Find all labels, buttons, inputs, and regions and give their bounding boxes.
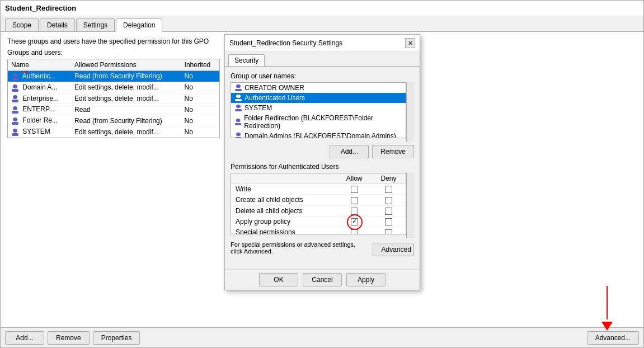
perm-row: Special permissions bbox=[231, 227, 406, 234]
properties-button[interactable]: Properties bbox=[93, 331, 140, 345]
col-inherited: Inherited bbox=[181, 59, 219, 71]
svg-rect-19 bbox=[236, 119, 241, 122]
checkbox-wrapper bbox=[351, 218, 358, 225]
permissions-table-container: Allow Deny Write Create all chil bbox=[231, 173, 406, 234]
tab-details[interactable]: Details bbox=[40, 18, 75, 31]
table-row[interactable]: Folder Re... Read (from Security Filteri… bbox=[8, 115, 219, 126]
allow-checkbox-create[interactable] bbox=[351, 197, 358, 204]
user-icon bbox=[11, 128, 19, 136]
add-button[interactable]: Add... bbox=[5, 331, 44, 345]
dialog-tab-bar: Security bbox=[225, 52, 420, 67]
deny-checkbox-delete[interactable] bbox=[385, 208, 392, 215]
table-row[interactable]: SYSTEM Edit settings, delete, modif... N… bbox=[8, 126, 219, 138]
dialog-titlebar: Student_Redirection Security Settings ✕ bbox=[225, 35, 420, 52]
title-text: Student_Redirection bbox=[5, 4, 76, 12]
group-user-names-label: Group or user names: bbox=[231, 72, 414, 80]
arrow-down-annotation bbox=[601, 286, 613, 331]
user-icon bbox=[11, 117, 19, 125]
ok-button[interactable]: OK bbox=[259, 273, 298, 286]
list-item[interactable]: CREATOR OWNER bbox=[231, 83, 406, 93]
user-icon bbox=[234, 105, 242, 111]
scrollbar[interactable] bbox=[406, 82, 414, 142]
svg-rect-16 bbox=[235, 99, 242, 101]
svg-rect-13 bbox=[236, 84, 241, 88]
svg-rect-10 bbox=[13, 129, 17, 133]
advanced-button[interactable]: Advanced... bbox=[587, 331, 639, 345]
dialog-body: Group or user names: CREATOR OWNER Authe… bbox=[225, 67, 420, 269]
allow-checkbox-write[interactable] bbox=[351, 186, 358, 193]
perm-row: Write bbox=[231, 184, 406, 195]
svg-rect-7 bbox=[12, 111, 18, 114]
svg-rect-11 bbox=[12, 133, 18, 136]
close-button[interactable]: ✕ bbox=[405, 38, 415, 48]
svg-rect-14 bbox=[235, 89, 242, 91]
svg-rect-2 bbox=[13, 84, 17, 88]
tab-delegation[interactable]: Delegation bbox=[116, 18, 162, 32]
list-item[interactable]: Folder Redirection (BLACKFOREST\Folder R… bbox=[231, 113, 406, 131]
add-remove-row: Add... Remove bbox=[231, 145, 414, 158]
svg-rect-0 bbox=[13, 73, 17, 77]
svg-rect-21 bbox=[236, 133, 241, 136]
remove-button[interactable]: Remove bbox=[48, 331, 90, 345]
svg-rect-20 bbox=[235, 123, 241, 125]
svg-rect-5 bbox=[12, 100, 18, 102]
security-settings-dialog: Student_Redirection Security Settings ✕ … bbox=[224, 34, 420, 290]
svg-rect-17 bbox=[236, 105, 241, 108]
dialog-add-button[interactable]: Add... bbox=[330, 145, 369, 158]
svg-rect-18 bbox=[235, 109, 242, 111]
svg-rect-4 bbox=[13, 95, 17, 99]
table-row[interactable]: Enterprise... Edit settings, delete, mod… bbox=[8, 93, 219, 104]
deny-checkbox-create[interactable] bbox=[385, 197, 392, 204]
perm-col-deny: Deny bbox=[372, 173, 406, 184]
advanced-row: For special permissions or advanced sett… bbox=[231, 241, 414, 258]
groups-table: Name Allowed Permissions Inherited Authe… bbox=[8, 59, 219, 138]
svg-rect-1 bbox=[12, 78, 18, 81]
dialog-remove-button[interactable]: Remove bbox=[372, 145, 414, 158]
table-row[interactable]: Authentic... Read (from Security Filteri… bbox=[8, 71, 219, 82]
perm-row: Delete all child objects bbox=[231, 205, 406, 216]
svg-rect-8 bbox=[13, 117, 17, 121]
user-icon bbox=[234, 84, 242, 91]
svg-rect-3 bbox=[12, 89, 18, 92]
list-item[interactable]: Authenticated Users bbox=[231, 93, 406, 103]
deny-checkbox-apply[interactable] bbox=[385, 218, 392, 225]
bottom-bar: Add... Remove Properties Advanced... bbox=[1, 327, 643, 347]
table-row[interactable]: Domain A... Edit settings, delete, modif… bbox=[8, 82, 219, 93]
svg-rect-6 bbox=[13, 106, 17, 110]
list-item[interactable]: Domain Admins (BLACKFOREST\Domain Admins… bbox=[231, 131, 406, 138]
deny-checkbox-write[interactable] bbox=[385, 186, 392, 193]
tab-settings[interactable]: Settings bbox=[76, 18, 115, 31]
tab-scope[interactable]: Scope bbox=[5, 18, 39, 31]
window-title: Student_Redirection bbox=[1, 1, 643, 16]
user-icon bbox=[11, 106, 19, 114]
dialog-bottom-buttons: OK Cancel Apply bbox=[225, 269, 420, 290]
svg-rect-22 bbox=[235, 137, 242, 138]
dialog-title: Student_Redirection Security Settings bbox=[229, 39, 342, 47]
tab-bar: Scope Details Settings Delegation bbox=[1, 16, 643, 32]
permissions-label: Permissions for Authenticated Users bbox=[231, 163, 414, 171]
main-window: Student_Redirection Scope Details Settin… bbox=[0, 0, 644, 348]
user-names-list[interactable]: CREATOR OWNER Authenticated Users SYSTEM… bbox=[231, 82, 406, 138]
svg-rect-15 bbox=[236, 95, 241, 98]
user-icon bbox=[11, 84, 19, 92]
apply-button[interactable]: Apply bbox=[346, 273, 386, 286]
dialog-tab-security[interactable]: Security bbox=[228, 54, 265, 66]
table-row[interactable]: ENTERP... Read No bbox=[8, 104, 219, 115]
cancel-button[interactable]: Cancel bbox=[303, 273, 342, 286]
allow-checkbox-delete[interactable] bbox=[351, 208, 358, 215]
permissions-table: Allow Deny Write Create all chil bbox=[231, 173, 406, 234]
perm-col-name bbox=[231, 173, 337, 184]
allow-checkbox-special[interactable] bbox=[351, 229, 358, 234]
svg-rect-9 bbox=[12, 122, 18, 125]
perm-col-allow: Allow bbox=[337, 173, 372, 184]
user-icon bbox=[11, 95, 19, 102]
perm-row: Create all child objects bbox=[231, 195, 406, 205]
advanced-text: For special permissions or advanced sett… bbox=[231, 241, 368, 255]
deny-checkbox-special[interactable] bbox=[385, 229, 392, 234]
list-item[interactable]: SYSTEM bbox=[231, 103, 406, 113]
perm-scrollbar[interactable] bbox=[406, 173, 414, 238]
col-name: Name bbox=[8, 59, 71, 71]
advanced-settings-button[interactable]: Advanced bbox=[373, 243, 414, 256]
user-icon bbox=[234, 133, 242, 138]
allow-checkbox-apply[interactable] bbox=[351, 218, 358, 225]
